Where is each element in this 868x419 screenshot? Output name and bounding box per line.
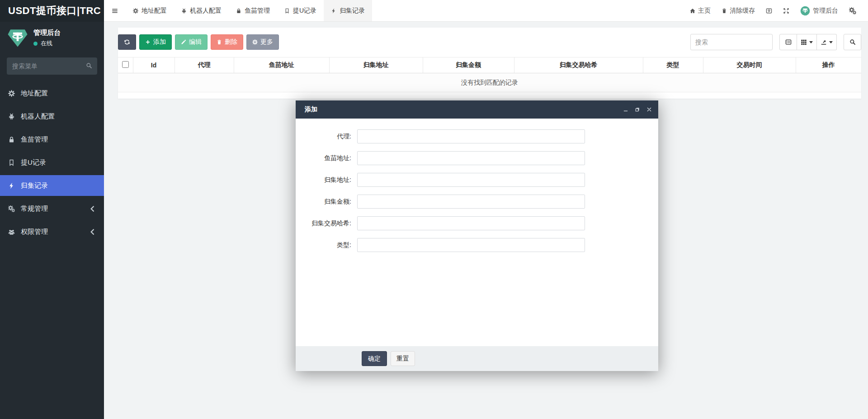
sidebar-item-label: 权限管理 (21, 228, 48, 236)
tab-fry-management[interactable]: 鱼苗管理 (229, 0, 277, 21)
gear-icon (8, 90, 15, 97)
collection-tx-hash-field[interactable] (357, 216, 585, 230)
fullscreen-button[interactable] (778, 8, 795, 14)
table-search-input[interactable] (690, 34, 773, 50)
close-icon[interactable] (646, 107, 652, 112)
column-header-collection-amount: 归集金额 (423, 57, 514, 73)
dialog-titlebar[interactable]: 添加 (296, 100, 658, 119)
collection-amount-field[interactable] (357, 195, 585, 209)
sidebar-search-input[interactable] (7, 57, 97, 75)
field-label-agent: 代理: (296, 133, 357, 141)
admin-profile-menu[interactable]: 管理后台 (795, 6, 844, 16)
tab-collection-records[interactable]: 归集记录 (324, 0, 372, 21)
add-button[interactable]: 添加 (139, 34, 172, 50)
reset-button[interactable]: 重置 (391, 351, 415, 366)
toolbar-right (690, 34, 861, 50)
column-header-tx-time: 交易时间 (703, 57, 796, 73)
sidebar-item-collection-records[interactable]: 归集记录 (0, 175, 104, 196)
refresh-button[interactable] (118, 34, 136, 50)
table-toolbar: 添加 编辑 删除 更多 (118, 34, 861, 57)
column-header-collection-address: 归集地址 (329, 57, 423, 73)
edit-button[interactable]: 编辑 (175, 34, 208, 50)
tab-label: 鱼苗管理 (245, 7, 270, 15)
search-button[interactable] (844, 34, 861, 50)
pencil-icon (181, 39, 186, 45)
type-field[interactable] (357, 238, 585, 252)
tether-logo (7, 28, 28, 48)
tab-robot-config[interactable]: 机器人配置 (174, 0, 229, 21)
lock-icon (236, 8, 241, 14)
sidebar-item-fry-management[interactable]: 鱼苗管理 (0, 129, 104, 150)
field-label-fry-address: 鱼苗地址: (296, 154, 357, 162)
add-dialog: 添加 代理: 鱼苗地址: 归集地址: 归集金额: 归集交易哈希: 类型: (296, 100, 658, 371)
delete-button[interactable]: 删除 (211, 34, 243, 50)
sidebar-item-label: 机器人配置 (21, 112, 55, 121)
records-table: Id 代理 鱼苗地址 归集地址 归集金额 归集交易哈希 类型 交易时间 操作 没… (118, 57, 861, 92)
admin-name-label: 管理后台 (813, 7, 838, 15)
confirm-button[interactable]: 确定 (362, 351, 387, 366)
edit-button-label: 编辑 (189, 38, 202, 46)
collection-address-field[interactable] (357, 173, 585, 187)
caret-down-icon (829, 41, 833, 43)
top-bar: USDT提币接口|TRC 地址配置 机器人配置 鱼苗管理 提U记录 归集记录 (0, 0, 868, 22)
agent-field[interactable] (357, 129, 585, 143)
sidebar-item-label: 鱼苗管理 (21, 135, 48, 144)
sidebar-item-robot-config[interactable]: 机器人配置 (0, 106, 104, 127)
field-label-type: 类型: (296, 241, 357, 249)
trash-icon (722, 8, 727, 14)
robot-icon (181, 8, 187, 14)
tab-withdraw-records[interactable]: 提U记录 (277, 0, 324, 21)
tab-label: 地址配置 (142, 7, 167, 15)
sidebar-item-general-management[interactable]: 常规管理 (0, 198, 104, 219)
bolt-icon (8, 182, 15, 189)
sidebar-item-withdraw-records[interactable]: 提U记录 (0, 152, 104, 173)
settings-button[interactable] (844, 7, 862, 14)
column-header-collection-tx-hash: 归集交易哈希 (514, 57, 643, 73)
home-icon (690, 8, 695, 14)
maximize-icon[interactable] (635, 107, 640, 112)
gear-icon (133, 8, 138, 14)
home-link[interactable]: 主页 (684, 7, 716, 15)
dialog-body: 代理: 鱼苗地址: 归集地址: 归集金额: 归集交易哈希: 类型: (296, 119, 658, 346)
sidebar-toggle-button[interactable] (104, 0, 126, 21)
sidebar-item-label: 常规管理 (21, 205, 48, 213)
bolt-icon (331, 8, 336, 14)
clear-cache-label: 清除缓存 (730, 7, 755, 15)
tab-address-config[interactable]: 地址配置 (126, 0, 174, 21)
sidebar-user-name: 管理后台 (33, 29, 61, 37)
language-icon (766, 8, 772, 14)
caret-down-icon (809, 41, 813, 43)
robot-icon (8, 113, 15, 120)
hamburger-icon (112, 8, 118, 14)
cogs-icon (8, 205, 15, 212)
more-button[interactable]: 更多 (246, 34, 279, 50)
column-header-fry-address: 鱼苗地址 (234, 57, 329, 73)
sidebar-item-permission-management[interactable]: 权限管理 (0, 221, 104, 242)
gear-icon (252, 39, 258, 45)
bookmark-icon (284, 8, 290, 14)
export-dropdown-button[interactable] (817, 34, 837, 50)
language-button[interactable] (760, 8, 778, 14)
chevron-left-icon (89, 205, 96, 212)
sidebar-user-panel: 管理后台 在线 (0, 22, 104, 53)
grid-columns-icon (801, 39, 807, 45)
clear-cache-link[interactable]: 清除缓存 (716, 7, 760, 15)
users-icon (8, 229, 15, 235)
minimize-icon[interactable] (623, 107, 628, 112)
no-records-message: 没有找到匹配的记录 (118, 73, 861, 92)
app-title: USDT提币接口|TRC (0, 0, 104, 22)
sidebar-search (7, 57, 97, 75)
more-button-label: 更多 (260, 38, 273, 46)
dialog-title: 添加 (305, 105, 317, 114)
columns-dropdown-button[interactable] (797, 34, 817, 50)
select-all-checkbox[interactable] (122, 61, 129, 68)
table-card: 添加 编辑 删除 更多 (118, 28, 861, 99)
sidebar-item-label: 地址配置 (21, 89, 48, 98)
toggle-view-button[interactable] (779, 34, 797, 50)
delete-button-label: 删除 (225, 38, 237, 46)
list-view-icon (785, 39, 792, 45)
fry-address-field[interactable] (357, 151, 585, 165)
sidebar-item-label: 归集记录 (21, 181, 48, 190)
tab-label: 提U记录 (293, 7, 316, 15)
sidebar-item-address-config[interactable]: 地址配置 (0, 83, 104, 104)
